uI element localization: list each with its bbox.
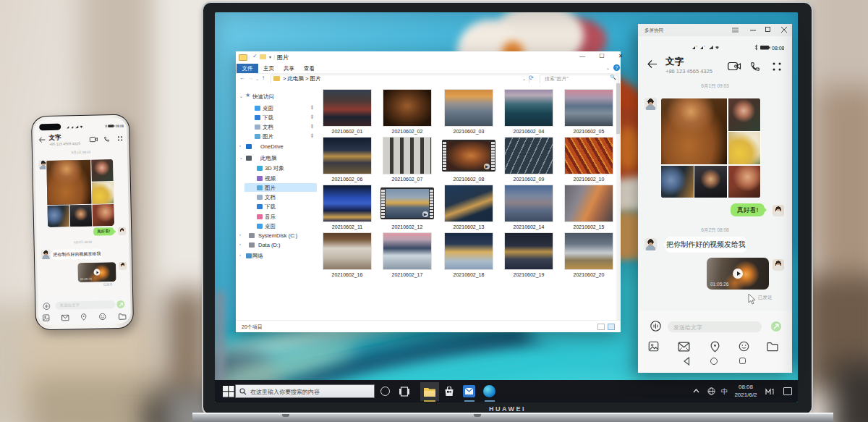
- svg-text:⁴: ⁴: [696, 45, 697, 48]
- svg-text:08:08: 08:08: [772, 46, 784, 51]
- svg-text:08:08: 08:08: [116, 125, 124, 128]
- svg-text:⁴: ⁴: [704, 45, 705, 48]
